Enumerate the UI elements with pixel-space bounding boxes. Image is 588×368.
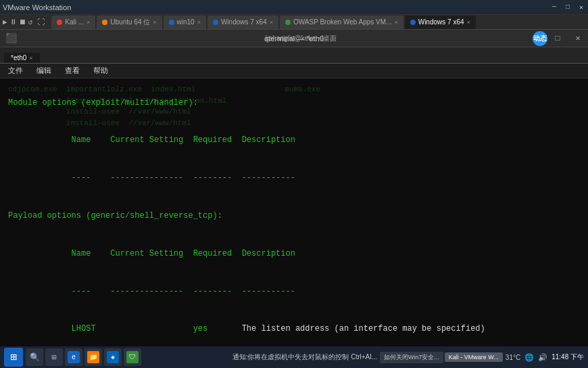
lhost-desc: The listen address (an interface may be … bbox=[242, 324, 485, 334]
module-sep-required: -------- bbox=[193, 173, 242, 183]
search-icon: 🔍 bbox=[30, 352, 40, 363]
fullscreen-icon[interactable]: ⛶ bbox=[37, 18, 45, 26]
security-icon: 🛡 bbox=[126, 351, 139, 363]
taskbar-right: ─ □ ✕ bbox=[550, 3, 585, 12]
clock: 11:48 下午 bbox=[552, 352, 584, 362]
stop-icon[interactable]: ⏹ bbox=[19, 18, 26, 26]
bottom-vm-tabs: 如何关闭Win7安全... Kali - VMware W... bbox=[380, 352, 503, 363]
tab-ubuntu-label: Ubuntu 64 位 bbox=[110, 18, 150, 27]
win-bottom-bar: ⊞ 🔍 ⊞ e 📁 ◈ 🛡 通知:你将在虚拟机中失去对鼠标的控制 Ctrl bbox=[0, 346, 588, 368]
vm-tab-bar: ▶ ⏸ ⏹ ↺ ⛶ Kali ... × Ubuntu 64 位 × win10… bbox=[0, 15, 588, 30]
tab-win10[interactable]: win10 × bbox=[164, 16, 206, 29]
payload-col-name: Name bbox=[57, 249, 110, 258]
network-icon[interactable]: 🌐 bbox=[524, 353, 534, 362]
qt-minimize-btn[interactable]: ─ bbox=[527, 30, 547, 47]
module-col-desc: Description bbox=[242, 135, 295, 145]
menu-help[interactable]: 帮助 bbox=[91, 64, 111, 77]
tab-win10-label: win10 bbox=[177, 18, 195, 26]
module-col-sep: ---- --------------- -------- ----------… bbox=[8, 160, 580, 198]
tab-owasp-label: OWASP Broken Web Apps VM... bbox=[293, 18, 391, 26]
menu-file[interactable]: 文件 bbox=[5, 64, 26, 77]
payload-col-sep: ---- --------------- -------- ----------… bbox=[8, 273, 580, 310]
tab-owasp-close[interactable]: × bbox=[394, 19, 397, 26]
qt-window-btns: ─ □ ✕ bbox=[527, 30, 588, 47]
module-col-setting: Current Setting bbox=[110, 135, 193, 145]
tab-win7-1[interactable]: Windows 7 x64 × bbox=[207, 16, 278, 29]
qt-tab-eth0-close[interactable]: × bbox=[29, 55, 32, 62]
taskbar-left: VMware Workstation bbox=[3, 3, 550, 12]
taskview-icon: ⊞ bbox=[51, 352, 56, 363]
payload-col-desc: Description bbox=[242, 249, 295, 258]
qt-user-info: kehanglin@keke:~/桌面 bbox=[266, 34, 337, 43]
maximize-btn[interactable]: □ bbox=[564, 3, 572, 11]
menu-view[interactable]: 查看 bbox=[62, 64, 82, 77]
bottom-vm-tab-2[interactable]: Kali - VMware W... bbox=[445, 352, 503, 362]
tab-win7-1-close[interactable]: × bbox=[270, 19, 273, 26]
file-icon: 📁 bbox=[87, 351, 99, 363]
terminal-fg: Module options (exploit/multi/handler): … bbox=[8, 84, 580, 368]
lhost-name: LHOST bbox=[57, 324, 110, 334]
module-sep-setting: --------------- bbox=[110, 173, 193, 183]
tab-win7-2-label: Windows 7 x64 bbox=[418, 18, 464, 26]
tab-kali-label: Kali ... bbox=[65, 18, 84, 26]
taskbar-file[interactable]: 📁 bbox=[84, 348, 102, 366]
terminal-content[interactable]: cdjpcom.exe importantlolz.exe index.html… bbox=[0, 78, 588, 368]
pause-icon[interactable]: ⏸ bbox=[9, 18, 17, 26]
blank-2 bbox=[8, 109, 580, 122]
qt-icon: ⬛ bbox=[5, 32, 17, 44]
bottom-vm-tab-1[interactable]: 如何关闭Win7安全... bbox=[380, 352, 443, 363]
payload-col-headers: Name Current Setting Required Descriptio… bbox=[8, 235, 580, 273]
tab-kali-close[interactable]: × bbox=[87, 19, 90, 26]
qt-tab-eth0[interactable]: *eth0 × bbox=[4, 53, 40, 63]
tab-win10-close[interactable]: × bbox=[197, 19, 201, 26]
module-header: Module options (exploit/multi/handler): bbox=[8, 97, 580, 110]
taskbar-search[interactable]: 🔍 bbox=[26, 348, 43, 366]
menu-bar: 文件 编辑 查看 帮助 bbox=[0, 64, 588, 78]
tab-win7-2[interactable]: Windows 7 x64 × bbox=[405, 16, 476, 29]
tab-ubuntu[interactable]: Ubuntu 64 位 × bbox=[97, 16, 162, 29]
vscode-icon: ◈ bbox=[107, 351, 119, 363]
module-sep-desc: ----------- bbox=[242, 173, 295, 183]
payload-sep-desc: ----------- bbox=[242, 287, 295, 296]
taskbar-taskview[interactable]: ⊞ bbox=[45, 348, 63, 366]
power-icon[interactable]: ▶ bbox=[3, 18, 7, 26]
qt-close-btn[interactable]: ✕ bbox=[568, 30, 588, 47]
vmware-title: VMware Workstation bbox=[3, 3, 71, 12]
qterminal-window: ⬛ qterminal — *eth0 kehanglin@keke:~/桌面 … bbox=[0, 30, 588, 368]
refresh-icon[interactable]: ↺ bbox=[28, 18, 33, 26]
qt-maximize-btn[interactable]: □ bbox=[547, 30, 568, 47]
system-tray: 31°C 🌐 🔊 11:48 下午 bbox=[506, 352, 584, 362]
payload-header: Payload options (generic/shell_reverse_t… bbox=[8, 210, 580, 223]
taskbar-vscode[interactable]: ◈ bbox=[104, 348, 122, 366]
module-sep-name: ---- bbox=[57, 173, 110, 183]
minimize-btn[interactable]: ─ bbox=[550, 3, 558, 11]
tab-win7-2-close[interactable]: × bbox=[467, 19, 470, 26]
payload-col-required: Required bbox=[193, 249, 242, 258]
qt-tab-strip: *eth0 × bbox=[0, 47, 588, 64]
tab-win7-1-label: Windows 7 x64 bbox=[221, 18, 267, 26]
menu-edit[interactable]: 编辑 bbox=[34, 64, 54, 77]
tab-kali[interactable]: Kali ... × bbox=[51, 16, 95, 29]
sound-icon[interactable]: 🔊 bbox=[538, 353, 547, 362]
temp-text: 31°C bbox=[506, 354, 520, 361]
qt-titlebar: ⬛ qterminal — *eth0 kehanglin@keke:~/桌面 … bbox=[0, 30, 588, 47]
notification-text: 通知:你将在虚拟机中失去对鼠标的控制 Ctrl+Al... bbox=[232, 352, 377, 362]
payload-col-setting: Current Setting bbox=[110, 249, 193, 258]
blank-3 bbox=[8, 197, 580, 210]
tab-ubuntu-close[interactable]: × bbox=[153, 19, 156, 26]
lhost-value bbox=[110, 324, 193, 334]
payload-sep-setting: --------------- bbox=[110, 287, 193, 296]
close-btn[interactable]: ✕ bbox=[577, 3, 585, 12]
start-button[interactable]: ⊞ bbox=[4, 348, 23, 367]
taskbar-security[interactable]: 🛡 bbox=[124, 348, 141, 366]
vmware-taskbar: VMware Workstation ─ □ ✕ bbox=[0, 0, 588, 15]
module-col-name: Name bbox=[57, 135, 110, 145]
module-col-headers: Name Current Setting Required Descriptio… bbox=[8, 122, 580, 160]
taskbar-edge[interactable]: e bbox=[65, 348, 82, 366]
payload-sep-required: -------- bbox=[193, 287, 242, 296]
lhost-row: LHOST yes The listen address (an interfa… bbox=[8, 310, 580, 348]
payload-sep-name: ---- bbox=[57, 287, 110, 296]
tab-owasp[interactable]: OWASP Broken Web Apps VM... × bbox=[280, 16, 403, 29]
lhost-required: yes bbox=[193, 324, 242, 334]
blank-4 bbox=[8, 223, 580, 235]
